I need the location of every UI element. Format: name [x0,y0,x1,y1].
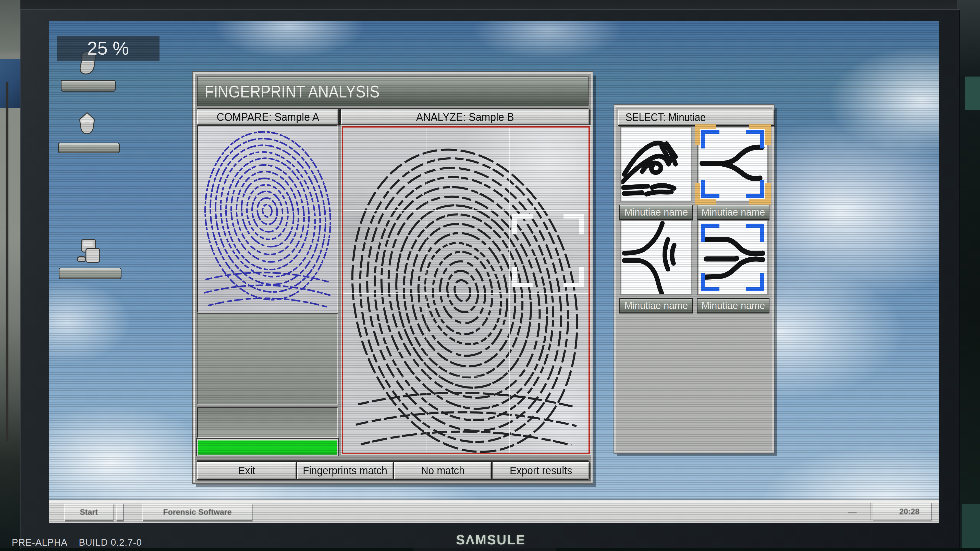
minutiae-label-text: Minutiae name [701,300,765,311]
compare-fingerprint-box [197,125,338,313]
build-version: BUILD 0.2.7-0 [79,537,142,548]
grid-line-vertical [509,127,510,453]
selected-corner-icon [746,130,764,148]
loop-pattern-icon [621,127,691,201]
fingerprints-match-label: Fingerprints match [303,464,387,477]
exit-button-label: Exit [238,464,255,477]
task-button-label: Forensic Software [163,508,232,517]
monitor-screen: 25 % FINGERPRINT ANALYSIS COMPARE: Sampl… [49,21,939,523]
start-button-label: Start [80,508,98,517]
grid-line-vertical [426,127,426,453]
match-percent-value: 25 % [87,38,129,59]
taskbar-task-forensic-software[interactable]: Forensic Software [142,503,252,521]
monitor-brand-logo: SΛMSULE [21,530,960,549]
minimized-window-indicator[interactable]: — [848,510,858,513]
icon-shelf [59,268,121,279]
minutiae-label: Minutiae name [697,298,770,313]
analyze-header-label: ANALYZE: Sample B [416,111,514,124]
analyze-fingerprint-canvas[interactable] [342,126,590,454]
selected-corner-icon [746,224,764,242]
bracket-corner-icon [563,214,584,234]
minimized-indicator-glyph: — [848,507,857,516]
minutiae-thumb-bifurcation[interactable] [697,127,768,202]
match-progress-frame [197,439,338,456]
select-minutiae-header: SELECT: Minutiae [618,109,774,126]
workstation-icon[interactable] [73,236,103,268]
exit-button[interactable]: Exit [197,462,297,479]
monitor-stand-shadow [414,548,556,551]
selection-brackets[interactable] [512,214,584,287]
no-match-label: No match [421,464,465,477]
selected-corner-icon [746,180,764,198]
select-minutiae-header-label: SELECT: Minutiae [625,111,706,124]
room-blue-object [0,59,21,108]
compare-info-panel [197,313,338,405]
grid-line-horizontal [343,210,589,211]
export-results-label: Export results [510,464,572,477]
export-results-button[interactable]: Export results [492,462,590,479]
start-button[interactable]: Start [64,503,113,521]
bracket-corner-icon [563,267,584,287]
icon-shelf [61,80,116,92]
fingerprint-analysis-window: FINGERPRINT ANALYSIS COMPARE: Sample A A… [192,72,593,483]
analyze-sample-header: ANALYZE: Sample B [340,109,590,125]
minutiae-label: Minutiae name [619,298,693,313]
window-title: FINGERPRINT ANALYSIS [205,82,380,101]
taskbar-separator [116,503,124,521]
analyze-fingerprint-image [343,127,589,453]
icon-shelf [58,143,120,153]
taskbar-clock[interactable]: 20:28 [873,503,932,520]
taskbar: Start Forensic Software — 20:28 [49,500,939,523]
match-progress-bar [198,440,337,454]
compare-sample-header: COMPARE: Sample A [197,109,339,125]
room-teal-patch [962,504,980,551]
build-phase: PRE-ALPHA [12,537,68,548]
window-titlebar: FINGERPRINT ANALYSIS [197,76,589,106]
minutiae-thumb-double-bifurcation[interactable] [697,220,768,295]
bracket-corner-icon [512,214,533,234]
grid-line-horizontal [343,293,589,294]
compare-header-label: COMPARE: Sample A [217,111,319,124]
gem-icon[interactable] [73,110,101,140]
minutiae-label-text: Minutiae name [701,207,765,218]
selected-corner-icon [701,130,719,148]
selected-corner-icon [701,273,719,291]
minutiae-label: Minutiae name [697,205,770,220]
compare-status-panel [197,407,338,438]
minutiae-label-text: Minutiae name [624,207,688,218]
match-percent-hud: 25 % [57,36,159,61]
minutiae-thumb-loop-pattern[interactable] [620,127,692,202]
bracket-corner-icon [512,267,533,287]
room-teal-patch [965,76,980,110]
selected-corner-icon [701,224,719,242]
selected-corner-icon [746,273,764,291]
select-minutiae-panel: SELECT: Minutiae [614,105,774,453]
build-watermark: PRE-ALPHABUILD 0.2.7-0 [12,537,153,548]
selected-corner-icon [701,180,719,198]
grid-line-horizontal [343,376,589,377]
room-background-top [0,0,980,10]
minutiae-label-text: Minutiae name [624,300,688,311]
fingerprints-match-button[interactable]: Fingerprints match [297,462,393,479]
no-match-button[interactable]: No match [394,462,492,479]
clock-value: 20:28 [899,507,920,516]
converging-ridges-icon [621,221,691,294]
compare-fingerprint-image [198,126,337,312]
minutiae-label: Minutiae name [619,205,693,220]
room-pole [6,82,8,441]
tray-separator [870,503,871,521]
minutiae-thumb-converging-ridges[interactable] [620,220,692,295]
